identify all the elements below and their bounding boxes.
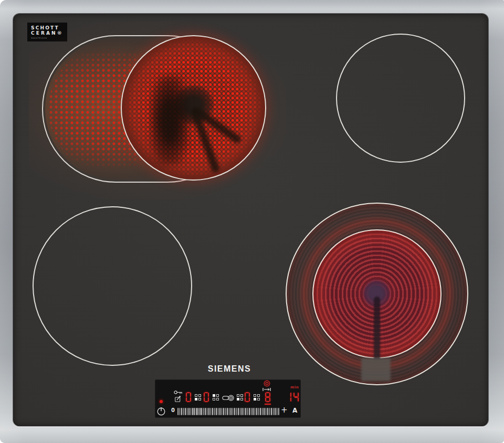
timer-assigned-mark xyxy=(265,404,271,405)
zone-rear-right xyxy=(336,34,465,163)
zone-select-grid[interactable] xyxy=(237,394,243,400)
key-icon[interactable] xyxy=(174,390,183,395)
timer-unit-label: min xyxy=(290,385,299,389)
cooktop-photo: { "brand_label": "SIEMENS", "glass_badge… xyxy=(0,0,504,443)
zone-select-grid[interactable] xyxy=(254,394,260,400)
power-icon[interactable] xyxy=(156,407,166,416)
dual-circuit-icon xyxy=(264,380,270,387)
zone-power-display xyxy=(186,392,191,402)
timer-interval-icon xyxy=(262,387,271,392)
slider-zero-label: 0 xyxy=(171,407,175,413)
brand-logo: SIEMENS xyxy=(198,364,261,374)
oval-junction-shadow xyxy=(151,76,188,165)
timer-zone-display xyxy=(265,392,270,402)
power-slider[interactable] xyxy=(177,408,279,415)
oval-zone-icon[interactable] xyxy=(222,395,235,401)
sensor-stem-shadow xyxy=(374,297,380,361)
terminal-block-shadow xyxy=(361,358,391,381)
zone-power-display xyxy=(245,392,250,402)
zone-rear-left-main-circle xyxy=(121,35,266,181)
hand-touch-icon[interactable] xyxy=(175,395,182,402)
zone-front-right-dual xyxy=(281,198,472,389)
ceramic-glass-surface: SCHOTT CERAN® 9000751026 SIEMENS xyxy=(13,14,488,426)
power-led-indicator xyxy=(160,400,163,403)
zone-select-grid[interactable] xyxy=(213,394,219,400)
zone-front-left xyxy=(33,206,192,366)
plus-key[interactable]: + xyxy=(281,405,288,415)
timer-minutes-display xyxy=(286,392,299,402)
zone-select-grid[interactable] xyxy=(195,394,201,400)
auto-key[interactable]: A xyxy=(292,407,297,414)
touch-control-panel: min 0 + A xyxy=(155,379,301,418)
zone-power-display xyxy=(204,392,209,402)
